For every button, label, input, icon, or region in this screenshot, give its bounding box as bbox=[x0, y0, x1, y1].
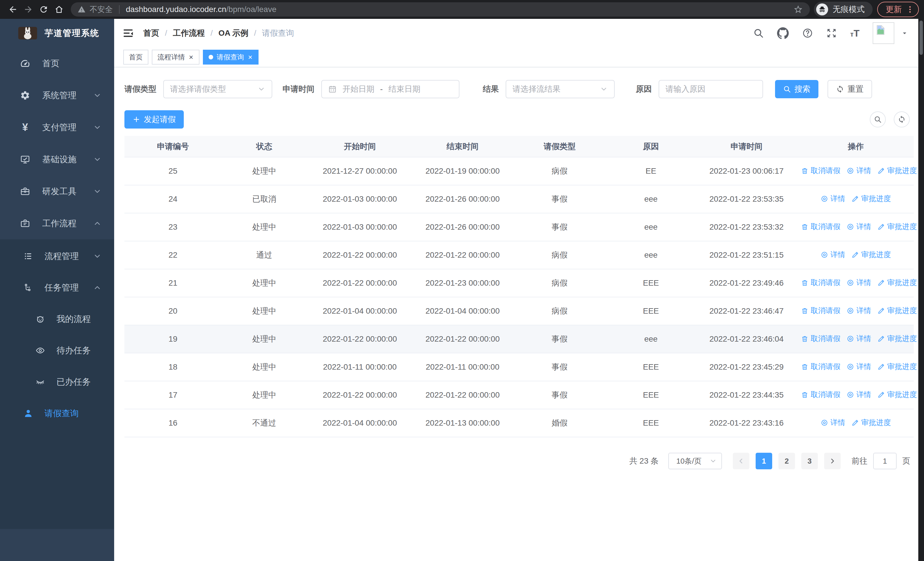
goto-page-input[interactable] bbox=[873, 453, 897, 469]
progress-link[interactable]: 审批进度 bbox=[878, 334, 917, 344]
table-header-row: 申请编号状态开始时间结束时间请假类型原因申请时间操作 bbox=[124, 136, 914, 157]
sidebar-item-首页[interactable]: 首页 bbox=[0, 47, 114, 80]
progress-link[interactable]: 审批进度 bbox=[878, 390, 917, 400]
sidebar-item-流程管理[interactable]: 流程管理 bbox=[0, 241, 114, 272]
sidebar-item-请假查询[interactable]: 请假查询 bbox=[0, 398, 114, 429]
show-search-toggle-button[interactable] bbox=[870, 111, 886, 127]
cell-reason: eee bbox=[607, 185, 695, 213]
result-select[interactable]: 请选择流结果 bbox=[506, 80, 615, 98]
address-bar[interactable]: 不安全 dashboard.yudao.iocoder.cn/bpm/oa/le… bbox=[71, 2, 810, 17]
progress-link[interactable]: 审批进度 bbox=[878, 222, 917, 232]
progress-link[interactable]: 审批进度 bbox=[878, 165, 917, 176]
sidebar-item-工作流程[interactable]: 工作流程 bbox=[0, 208, 114, 239]
breadcrumb-item[interactable]: OA 示例 bbox=[219, 28, 249, 39]
dashboard-icon bbox=[20, 58, 30, 69]
leave-type-select[interactable]: 请选择请假类型 bbox=[163, 80, 272, 98]
sidebar-item-任务管理[interactable]: 任务管理 bbox=[0, 272, 114, 303]
create-leave-button[interactable]: 发起请假 bbox=[124, 110, 184, 129]
search-button[interactable]: 搜索 bbox=[775, 80, 818, 98]
cancel-leave-link[interactable]: 取消请假 bbox=[801, 334, 840, 344]
page-size-select[interactable]: 10条/页 bbox=[668, 453, 722, 469]
progress-link[interactable]: 审批进度 bbox=[878, 278, 917, 288]
avatar[interactable] bbox=[873, 22, 894, 44]
sidebar-item-已办任务[interactable]: 已办任务 bbox=[0, 366, 114, 398]
progress-link[interactable]: 审批进度 bbox=[878, 305, 917, 316]
progress-link[interactable]: 审批进度 bbox=[852, 194, 891, 204]
page-button-1[interactable]: 1 bbox=[756, 453, 772, 469]
cell-apply_time: 2022-01-22 23:51:15 bbox=[695, 241, 798, 269]
avatar-caret-down-icon[interactable] bbox=[901, 29, 909, 37]
reason-label: 原因 bbox=[636, 84, 652, 95]
cell-end_time: 2022-01-22 00:00:00 bbox=[412, 381, 513, 409]
cell-end_time: 2022-01-26 00:00:00 bbox=[412, 185, 513, 213]
font-size-icon[interactable]: тT bbox=[850, 28, 860, 38]
sidebar-item-研发工具[interactable]: 研发工具 bbox=[0, 175, 114, 208]
progress-link[interactable]: 审批进度 bbox=[852, 250, 891, 260]
not-secure-warning-icon[interactable] bbox=[78, 5, 86, 14]
cancel-leave-link[interactable]: 取消请假 bbox=[801, 390, 840, 400]
browser-back-button[interactable] bbox=[5, 2, 21, 17]
sidebar-collapse-icon[interactable] bbox=[122, 27, 134, 39]
table-row: 25处理中2021-12-27 00:00:002022-01-19 00:00… bbox=[124, 157, 914, 185]
detail-link[interactable]: 详情 bbox=[847, 334, 871, 344]
tab-close-icon[interactable]: × bbox=[188, 53, 194, 61]
cell-id: 22 bbox=[124, 241, 222, 269]
detail-link[interactable]: 详情 bbox=[821, 250, 845, 260]
tab-请假查询[interactable]: 请假查询× bbox=[203, 50, 258, 65]
cancel-leave-link[interactable]: 取消请假 bbox=[801, 165, 840, 176]
tab-close-icon[interactable]: × bbox=[248, 53, 253, 61]
detail-link[interactable]: 详情 bbox=[821, 194, 845, 204]
search-icon[interactable] bbox=[753, 28, 764, 39]
cell-id: 24 bbox=[124, 185, 222, 213]
sidebar-item-待办任务[interactable]: 待办任务 bbox=[0, 335, 114, 366]
browser-forward-button[interactable] bbox=[21, 2, 36, 17]
next-page-button[interactable] bbox=[824, 453, 841, 469]
detail-link-icon bbox=[821, 251, 828, 259]
progress-link[interactable]: 审批进度 bbox=[878, 362, 917, 371]
page-scrollbar[interactable] bbox=[918, 19, 924, 561]
security-warning-label[interactable]: 不安全 bbox=[90, 4, 113, 15]
cancel-leave-link[interactable]: 取消请假 bbox=[801, 278, 840, 288]
progress-link[interactable]: 审批进度 bbox=[852, 418, 891, 428]
detail-link[interactable]: 详情 bbox=[847, 362, 871, 371]
cancel-leave-link[interactable]: 取消请假 bbox=[801, 305, 840, 316]
detail-link[interactable]: 详情 bbox=[847, 222, 871, 232]
scrollbar-thumb[interactable] bbox=[920, 21, 923, 55]
browser-menu-icon[interactable] bbox=[906, 5, 914, 14]
detail-link[interactable]: 详情 bbox=[847, 278, 871, 288]
breadcrumb-item[interactable]: 工作流程 bbox=[173, 28, 205, 39]
fullscreen-icon[interactable] bbox=[826, 28, 837, 39]
bookmark-star-icon[interactable] bbox=[793, 5, 803, 14]
page-button-2[interactable]: 2 bbox=[778, 453, 795, 469]
progress-link-icon bbox=[878, 167, 885, 174]
cancel-leave-link[interactable]: 取消请假 bbox=[801, 362, 840, 371]
detail-link[interactable]: 详情 bbox=[847, 305, 871, 316]
tab-首页[interactable]: 首页 bbox=[123, 50, 148, 65]
sidebar-item-我的流程[interactable]: 我的流程 bbox=[0, 303, 114, 335]
prev-page-button[interactable] bbox=[733, 453, 749, 469]
github-icon[interactable] bbox=[777, 27, 789, 39]
incognito-icon bbox=[816, 3, 828, 15]
browser-reload-button[interactable] bbox=[36, 2, 51, 17]
breadcrumb-item[interactable]: 首页 bbox=[143, 28, 159, 39]
sidebar-item-支付管理[interactable]: ¥支付管理 bbox=[0, 111, 114, 143]
page-button-3[interactable]: 3 bbox=[801, 453, 818, 469]
reason-input[interactable] bbox=[658, 80, 763, 98]
apply-time-range-picker[interactable]: 开始日期 - 结束日期 bbox=[321, 80, 459, 98]
help-icon[interactable] bbox=[802, 28, 813, 39]
detail-link[interactable]: 详情 bbox=[821, 418, 845, 428]
browser-update-button[interactable]: 更新 bbox=[877, 2, 919, 17]
sidebar-item-系统管理[interactable]: 系统管理 bbox=[0, 80, 114, 111]
cancel-leave-link[interactable]: 取消请假 bbox=[801, 222, 840, 232]
reset-button[interactable]: 重置 bbox=[828, 80, 872, 98]
sidebar-item-基础设施[interactable]: 基础设施 bbox=[0, 143, 114, 175]
refresh-table-button[interactable] bbox=[894, 111, 910, 127]
detail-link[interactable]: 详情 bbox=[847, 390, 871, 400]
tab-流程详情[interactable]: 流程详情× bbox=[152, 50, 200, 65]
app-logo[interactable]: 芋道管理系统 bbox=[0, 19, 114, 47]
detail-link[interactable]: 详情 bbox=[847, 165, 871, 176]
cell-apply_time: 2022-01-23 00:06:17 bbox=[695, 157, 798, 185]
browser-home-button[interactable] bbox=[51, 2, 67, 17]
cell-end_time: 2022-01-13 00:00:00 bbox=[412, 409, 513, 437]
op-link-label: 审批进度 bbox=[887, 305, 917, 316]
